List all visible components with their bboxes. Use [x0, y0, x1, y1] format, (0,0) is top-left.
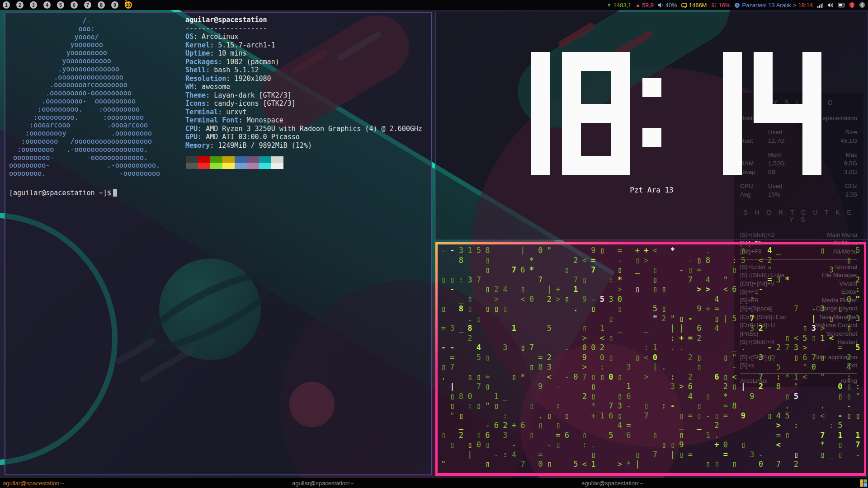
palette-swatch: [198, 156, 210, 163]
window-border-top: [435, 242, 866, 244]
net-up-icon: ▲: [635, 2, 640, 8]
taskbar-item[interactable]: aguilar@spacestation:~: [0, 480, 289, 487]
info-line: Memory: 1249MiB / 9892MiB (12%): [185, 141, 422, 150]
palette-swatch: [235, 163, 247, 169]
arcolinux-ascii-logo: /- ooo: yoooo/ yooooooo yooooooooo yoooo…: [9, 17, 160, 178]
shield-alert-icon[interactable]: [849, 2, 855, 8]
info-line: Resolution: 868x488: [185, 75, 422, 83]
bluetooth-icon[interactable]: [859, 2, 865, 8]
net-down-value: 1483,1: [613, 2, 632, 9]
info-line: Terminal: urxvt: [185, 108, 422, 117]
palette-swatch: [222, 156, 235, 163]
bottom-taskbar: aguilar@spacestation:~ aguilar@spacestat…: [0, 478, 868, 488]
terminal-window[interactable]: /- ooo: yoooo/ yooooooo yooooooooo yoooo…: [5, 12, 432, 475]
workspace-2[interactable]: 2: [16, 1, 24, 9]
time-value: 18:14: [798, 2, 813, 9]
clock-date: Pzt Ara 13: [436, 186, 868, 194]
palette-swatch: [271, 163, 283, 169]
signal-icon[interactable]: [817, 2, 823, 8]
neofetch-info: aguilar@spacestation -------------------…: [185, 16, 422, 150]
clock-digit: [674, 52, 742, 175]
palette-swatch: [186, 163, 198, 169]
cpu-icon: [711, 2, 717, 8]
memory-icon: [681, 2, 687, 8]
window-border-right: [864, 242, 866, 476]
workspace-8[interactable]: 8: [98, 1, 105, 9]
palette-swatch: [186, 156, 198, 163]
info-line: Icons: candy-icons [GTK2/3]: [185, 99, 422, 108]
active-workspace-indicator: [125, 0, 127, 3]
clock-widget-tray[interactable]: Pazartesi 13 Aralık > 18:14: [734, 2, 813, 9]
palette-swatch: [210, 156, 222, 163]
taskbar-item[interactable]: aguilar@spacestation:~: [289, 480, 579, 487]
info-line: CPU: AMD Ryzen 3 3250U with Radeon Graph…: [185, 125, 422, 133]
workspace-7[interactable]: 7: [84, 1, 91, 9]
info-line: Theme: Layan-dark [GTK2/3]: [185, 91, 422, 100]
neofetch-underline: --------------------: [185, 24, 422, 33]
workspace-5[interactable]: 5: [57, 1, 64, 9]
shell-prompt[interactable]: [aguilar@spacestation ~]$: [9, 189, 117, 197]
clock-window[interactable]: Pzt Ara 13: [435, 12, 868, 240]
terminal-color-palette: [186, 156, 283, 169]
palette-swatch: [259, 163, 271, 169]
workspace-3[interactable]: 3: [30, 1, 37, 9]
net-down-widget[interactable]: ▼ 1483,1: [607, 2, 632, 9]
info-line: Uptime: 10 mins: [185, 49, 422, 58]
palette-swatch: [235, 156, 247, 163]
volume-icon: [658, 2, 664, 8]
memory-widget[interactable]: 1466M: [681, 2, 707, 9]
info-line: Kernel: 5.15.7-arch1-1: [185, 41, 422, 50]
cpu-value: 16%: [718, 2, 730, 9]
palette-swatch: [198, 163, 210, 169]
cpu-widget[interactable]: 16%: [711, 2, 730, 9]
palette-swatch: [247, 163, 259, 169]
net-up-widget[interactable]: ▲ 59,9: [635, 2, 653, 9]
volume-value: 40%: [665, 2, 677, 9]
info-line: WM: awesome: [185, 83, 422, 91]
volume-widget[interactable]: 40%: [658, 2, 677, 9]
date-time-separator: >: [793, 2, 797, 9]
workspace-list: 12345678910: [3, 0, 135, 10]
info-line: Shell: bash 5.1.12: [185, 66, 422, 75]
palette-swatch: [271, 156, 283, 163]
workspace-1[interactable]: 1: [3, 1, 10, 9]
info-line: GPU: AMD ATI 03:00.0 Picasso: [185, 133, 422, 141]
clock-digit: [482, 52, 550, 175]
volume-status-icon[interactable]: [827, 2, 834, 8]
clock-icon: [734, 2, 740, 8]
matrix-terminal-window[interactable]: --3158 | 0" 9▯ = ++< * . ▯ 4_ ▯ . 5 8 ▯ …: [435, 242, 866, 476]
matrix-rain: --3158 | 0" 9▯ = ++< * . ▯ 4_ ▯ . 5 8 ▯ …: [439, 246, 862, 469]
taskbar-item[interactable]: aguilar@spacestation:~: [579, 480, 868, 487]
date-value: Pazartesi 13 Aralık: [742, 2, 791, 9]
net-up-value: 59,9: [642, 2, 653, 9]
layout-indicator-icon[interactable]: [860, 479, 867, 487]
system-tray: ▼ 1483,1 ▲ 59,9 40% 1466M 16% Pazartesi …: [607, 0, 865, 10]
clock-colon: [642, 52, 662, 175]
info-line: Packages: 1082 (pacman): [185, 58, 422, 66]
palette-swatch: [222, 163, 235, 169]
workspace-6[interactable]: 6: [71, 1, 78, 9]
digital-clock: [436, 52, 868, 175]
memory-value: 1466M: [689, 2, 707, 9]
workspace-4[interactable]: 4: [43, 1, 51, 9]
window-border-bottom: [435, 473, 866, 476]
top-bar: 12345678910 ▼ 1483,1 ▲ 59,9 40% 1466M 16…: [0, 0, 868, 10]
prompt-text: [aguilar@spacestation ~]$: [9, 189, 111, 197]
clock-digit: [562, 52, 630, 175]
palette-swatch: [210, 163, 222, 169]
palette-swatch: [259, 156, 271, 163]
info-line: Terminal Font: Monospace: [185, 116, 422, 125]
info-line: OS: ArcoLinux: [185, 33, 422, 41]
net-down-icon: ▼: [607, 2, 612, 8]
palette-swatch: [247, 156, 259, 163]
terminal-cursor: [113, 189, 117, 197]
workspace-9[interactable]: 9: [111, 1, 118, 9]
neofetch-title: aguilar@spacestation: [185, 16, 422, 24]
clock-digit: [754, 52, 821, 175]
window-border-left: [435, 242, 438, 476]
display-icon[interactable]: [838, 2, 845, 8]
